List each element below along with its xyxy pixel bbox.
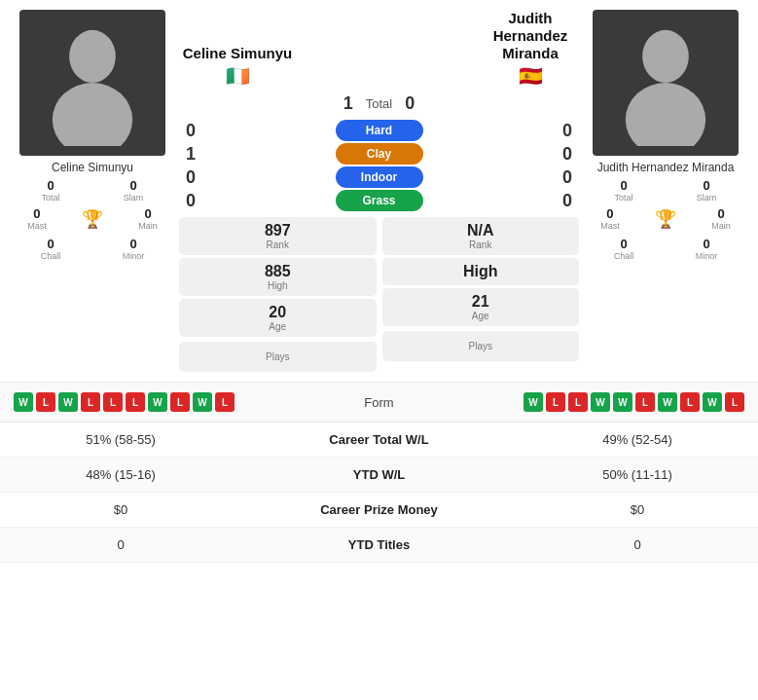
left-age-box: 20 Age [179,299,377,337]
right-stats-row1: 0 Total 0 Slam [583,176,748,204]
left-player-block: Celine Simunyu 0 Total 0 Slam 0 Mast 🏆 [10,10,175,372]
surface-btn-indoor[interactable]: Indoor [336,166,423,188]
form-badge-w: W [591,392,610,412]
right-trophy-row: 0 Mast 🏆 0 Main [583,204,748,233]
stats-left-val-1: 48% (15-16) [14,467,228,482]
surface-row-indoor: 0 Indoor 0 [179,166,579,188]
surface-row-grass: 0 Grass 0 [179,190,579,211]
right-hard-score: 0 [556,121,579,141]
left-stats-row3: 0 Chall 0 Minor [10,235,175,263]
form-badge-w: W [58,392,78,412]
stats-left-val-2: $0 [14,502,228,517]
form-badge-l: L [725,392,744,412]
surface-row-clay: 1 Clay 0 [179,143,579,165]
form-badge-l: L [635,392,655,412]
total-label: Total [366,96,392,111]
svg-point-0 [69,30,116,83]
left-hard-score: 0 [179,121,202,141]
center-block: Celine Simunyu 🇮🇪 Judith Hernandez Miran… [179,10,579,372]
form-badge-w: W [148,392,167,412]
left-player-avatar [19,10,165,156]
form-badge-w: W [613,392,632,412]
form-badge-l: L [680,392,700,412]
left-player-header-name: Celine Simunyu [179,45,296,62]
stats-row: $0 Career Prize Money $0 [0,493,758,528]
left-high-box: 885 High [179,258,377,296]
right-high-box: High [382,258,580,285]
left-slam-stat: 0 Slam [120,176,148,204]
form-badge-l: L [546,392,565,412]
left-plays-box: Plays [179,342,377,372]
stats-left-val-3: 0 [14,537,228,552]
stats-center-label-2: Career Prize Money [228,502,530,517]
form-badge-w: W [14,392,33,412]
right-age-box: 21 Age [382,288,580,326]
form-badge-w: W [193,392,212,412]
right-grass-score: 0 [556,191,579,211]
left-main-stat: 0 Main [134,204,162,233]
form-badge-l: L [81,392,100,412]
main-container: Celine Simunyu 0 Total 0 Slam 0 Mast 🏆 [0,0,758,563]
stats-right-val-2: $0 [530,502,744,517]
form-badge-l: L [215,392,235,412]
left-total-stat: 0 Total [38,176,64,204]
right-indoor-score: 0 [556,167,579,188]
stats-row: 51% (58-55) Career Total W/L 49% (52-54) [0,423,758,458]
right-player-flag: 🇪🇸 [482,64,579,88]
form-badge-l: L [36,392,55,412]
left-clay-score: 1 [179,144,202,165]
right-rank-box: N/A Rank [382,217,580,255]
right-player-block: Judith Hernandez Miranda 0 Total 0 Slam … [583,10,748,372]
left-trophy-row: 0 Mast 🏆 0 Main [10,204,175,233]
right-player-avatar [593,10,739,156]
form-badge-w: W [658,392,677,412]
left-mast-stat: 0 Mast [23,204,51,233]
right-player-name: Judith Hernandez Miranda [597,161,735,174]
left-stats-row1: 0 Total 0 Slam [10,176,175,204]
surface-btn-hard[interactable]: Hard [336,120,423,141]
surface-btn-clay[interactable]: Clay [336,143,423,165]
stats-center-label-3: YTD Titles [228,537,530,552]
stats-right-val-1: 50% (11-11) [530,467,744,482]
surface-rows: 0 Hard 0 1 Clay 0 0 Indoor 0 0 Grass 0 [179,118,579,213]
stats-table: 51% (58-55) Career Total W/L 49% (52-54)… [0,422,758,563]
right-stats-row3: 0 Chall 0 Minor [583,235,748,263]
form-badge-l: L [126,392,145,412]
left-total-score: 1 [337,93,360,114]
left-indoor-score: 0 [179,167,202,188]
right-clay-score: 0 [556,144,579,165]
right-form-badges: WLLWWLWLWL [523,392,744,412]
form-badge-l: L [103,392,123,412]
right-total-stat: 0 Total [611,176,637,204]
right-mast-stat: 0 Mast [596,204,624,233]
form-badge-l: L [170,392,190,412]
right-minor-stat: 0 Minor [692,235,722,263]
stats-right-val-0: 49% (52-54) [530,432,744,447]
right-total-score: 0 [398,93,421,114]
right-plays-box: Plays [382,331,580,361]
total-score-row: 1 Total 0 [179,93,579,114]
stats-right-val-3: 0 [530,537,744,552]
stats-center-label-1: YTD W/L [228,467,530,482]
left-player-flag: 🇮🇪 [179,64,296,88]
right-mid-stats: N/A Rank High 21 Age Plays [382,217,580,372]
right-trophy-icon: 🏆 [655,208,676,230]
left-chall-stat: 0 Chall [37,235,65,263]
surface-btn-grass[interactable]: Grass [336,190,423,211]
right-player-header-name: Judith Hernandez Miranda [482,10,579,62]
stats-row: 0 YTD Titles 0 [0,528,758,563]
svg-point-3 [626,83,705,146]
right-slam-stat: 0 Slam [693,176,721,204]
svg-point-1 [53,83,132,146]
left-minor-stat: 0 Minor [119,235,149,263]
stats-left-val-0: 51% (58-55) [14,432,228,447]
form-badge-l: L [568,392,588,412]
left-trophy-icon: 🏆 [82,208,103,230]
stats-center-label-0: Career Total W/L [228,432,530,447]
left-mid-stats: 897 Rank 885 High 20 Age Plays [179,217,377,372]
surface-row-hard: 0 Hard 0 [179,120,579,141]
form-section: WLWLLLWLWL Form WLLWWLWLWL [0,382,758,422]
left-grass-score: 0 [179,191,202,211]
form-label: Form [364,395,393,410]
stats-row: 48% (15-16) YTD W/L 50% (11-11) [0,458,758,493]
